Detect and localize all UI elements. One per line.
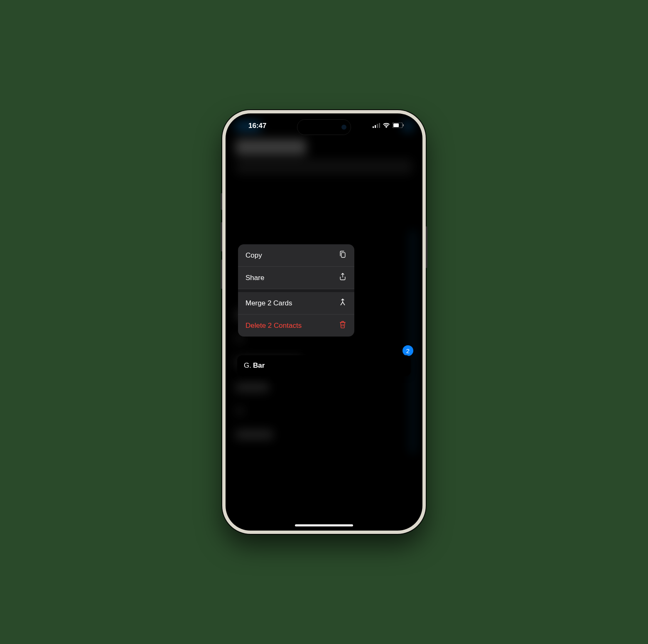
copy-icon [339,250,347,261]
dynamic-island [297,119,351,135]
trash-icon [339,320,347,331]
merge-icon [339,298,347,308]
status-icons [373,122,404,130]
svg-rect-1 [375,125,376,128]
svg-rect-7 [341,253,345,258]
contact-preview-card[interactable]: G. Bar [237,355,411,376]
phone-screen: 16:47 [226,113,422,531]
svg-rect-3 [379,123,380,128]
phone-device-frame: 16:47 [222,110,426,534]
menu-item-merge[interactable]: Merge 2 Cards [238,289,354,315]
selection-count-badge: 2 [403,345,413,356]
menu-item-label: Merge 2 Cards [245,299,292,307]
svg-rect-6 [403,124,404,126]
contact-name: Bar [253,361,265,370]
context-menu: Copy Share [238,244,354,337]
menu-item-label: Delete 2 Contacts [245,322,302,330]
menu-item-delete[interactable]: Delete 2 Contacts [238,315,354,337]
menu-item-share[interactable]: Share [238,267,354,289]
svg-rect-5 [393,123,399,127]
menu-item-label: Share [245,274,264,282]
wifi-icon [383,122,390,130]
menu-item-label: Copy [245,251,262,260]
camera-icon [341,125,346,130]
share-icon [339,273,347,283]
badge-count: 2 [406,347,410,354]
svg-rect-2 [377,124,378,128]
cellular-icon [373,122,380,130]
battery-icon [393,122,404,130]
home-indicator[interactable] [295,524,353,526]
menu-item-copy[interactable]: Copy [238,244,354,267]
svg-rect-0 [373,126,374,128]
status-time: 16:47 [248,122,266,130]
contact-prefix: G. [244,361,251,370]
